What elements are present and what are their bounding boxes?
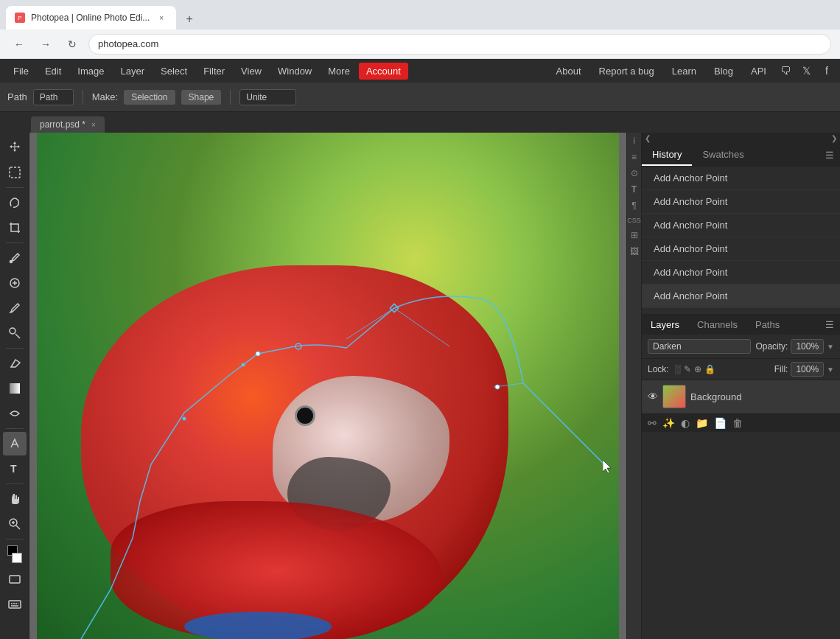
forward-button[interactable]: → xyxy=(35,34,56,55)
layer-background[interactable]: 👁 Background xyxy=(642,380,840,413)
collapse-right-icon[interactable]: ❯ xyxy=(831,134,837,142)
layers-menu-icon[interactable]: ☰ xyxy=(819,315,840,335)
heal-tool[interactable] xyxy=(3,271,27,295)
selection-button[interactable]: Selection xyxy=(124,90,175,105)
lock-position-icon[interactable]: ⊕ xyxy=(694,364,701,374)
fill-value[interactable]: 100% xyxy=(791,362,824,377)
opacity-arrow[interactable]: ▼ xyxy=(827,343,834,351)
image-icon-side[interactable]: 🖼 xyxy=(630,246,639,256)
layer-mask-icon[interactable]: ◐ xyxy=(681,417,690,429)
lock-pixels-icon[interactable]: ✎ xyxy=(684,364,691,374)
shape-tool[interactable] xyxy=(3,568,27,591)
new-layer-icon[interactable]: 📄 xyxy=(714,417,727,429)
zoom-tool[interactable] xyxy=(3,512,27,536)
gradient-tool[interactable] xyxy=(3,377,27,400)
unite-dropdown[interactable]: Unite Subtract Intersect Exclude xyxy=(239,89,296,105)
menu-edit[interactable]: Edit xyxy=(38,63,69,80)
layers-tab[interactable]: Layers xyxy=(642,315,688,335)
lock-transparent-icon[interactable]: ░ xyxy=(675,364,682,374)
menu-filter[interactable]: Filter xyxy=(196,63,232,80)
paths-tab[interactable]: Paths xyxy=(746,315,788,335)
menu-image[interactable]: Image xyxy=(70,63,111,80)
facebook-icon[interactable]: f xyxy=(819,63,834,78)
menu-report-bug[interactable]: Report a bug xyxy=(593,63,660,80)
shape-button[interactable]: Shape xyxy=(181,90,222,105)
canvas-wrapper xyxy=(29,133,626,639)
parrot-image xyxy=(37,133,619,639)
layer-effects-icon[interactable]: ✨ xyxy=(662,417,675,429)
lasso-tool[interactable] xyxy=(3,191,27,214)
layers-section: Layers Channels Paths ☰ Darken Normal Mu… xyxy=(642,314,840,432)
menu-learn[interactable]: Learn xyxy=(666,63,702,80)
layers-icon-side[interactable]: ⊞ xyxy=(631,230,638,240)
fill-arrow[interactable]: ▼ xyxy=(827,366,834,374)
blend-mode-dropdown[interactable]: Darken Normal Multiply Lighten Screen xyxy=(648,339,751,354)
eyedropper-tool[interactable] xyxy=(3,246,27,270)
selection-tool[interactable] xyxy=(3,161,27,184)
doc-tab-close[interactable]: × xyxy=(91,121,96,129)
browser-chrome: P Photopea | Online Photo Edi... × + xyxy=(0,0,840,29)
new-tab-button[interactable]: + xyxy=(179,9,200,29)
path-label: Path xyxy=(7,91,27,102)
clone-stamp-tool[interactable] xyxy=(3,321,27,345)
menu-about[interactable]: About xyxy=(550,63,587,80)
pen-tool[interactable] xyxy=(3,432,27,455)
history-item-5[interactable]: Add Anchor Point xyxy=(642,261,840,284)
keyboard-tool[interactable] xyxy=(3,593,27,616)
address-bar[interactable]: photopea.com xyxy=(88,34,831,55)
history-menu-icon[interactable]: ☰ xyxy=(819,145,840,165)
adjustments-icon[interactable]: ≡ xyxy=(631,152,637,162)
history-item-3[interactable]: Add Anchor Point xyxy=(642,214,840,237)
active-tab[interactable]: P Photopea | Online Photo Edi... × xyxy=(6,6,176,29)
opacity-value[interactable]: 100% xyxy=(791,339,824,354)
history-tab[interactable]: History xyxy=(642,144,692,166)
layers-tabs: Layers Channels Paths ☰ xyxy=(642,315,840,335)
delete-layer-icon[interactable]: 🗑 xyxy=(732,417,743,429)
svg-rect-4 xyxy=(10,383,20,394)
text-tool[interactable]: T xyxy=(3,457,27,481)
menu-file[interactable]: File xyxy=(6,63,36,80)
text-icon[interactable]: T xyxy=(631,184,637,195)
menu-blog[interactable]: Blog xyxy=(708,63,739,80)
brush-settings-icon[interactable]: ⊙ xyxy=(631,168,638,178)
reddit-icon[interactable]: 🗨 xyxy=(778,63,793,78)
history-item-4[interactable]: Add Anchor Point xyxy=(642,237,840,261)
foreground-color[interactable] xyxy=(3,542,27,566)
document-tab[interactable]: parrot.psd * × xyxy=(31,116,105,133)
tool-separator-3 xyxy=(6,348,24,349)
twitter-icon[interactable]: 𝕏 xyxy=(799,63,813,78)
tab-close-button[interactable]: × xyxy=(155,12,167,24)
paragraph-icon[interactable]: ¶ xyxy=(631,200,636,211)
layer-visibility-icon[interactable]: 👁 xyxy=(648,391,658,402)
swatches-tab[interactable]: Swatches xyxy=(692,144,754,166)
reload-button[interactable]: ↻ xyxy=(62,34,83,55)
menu-view[interactable]: View xyxy=(234,63,269,80)
crop-tool[interactable] xyxy=(3,216,27,240)
lock-all-icon[interactable]: 🔒 xyxy=(704,364,715,374)
hand-tool[interactable] xyxy=(3,487,27,511)
smudge-tool[interactable] xyxy=(3,402,27,425)
history-item-1[interactable]: Add Anchor Point xyxy=(642,167,840,190)
new-group-icon[interactable]: 📁 xyxy=(696,417,708,429)
menu-select[interactable]: Select xyxy=(153,63,195,80)
canvas xyxy=(37,133,619,639)
path-dropdown[interactable]: Path xyxy=(33,89,74,105)
history-item-6[interactable]: Add Anchor Point xyxy=(642,284,840,308)
history-item-2[interactable]: Add Anchor Point xyxy=(642,190,840,214)
lock-label: Lock: xyxy=(648,364,669,374)
menu-account[interactable]: Account xyxy=(359,63,408,80)
channels-tab[interactable]: Channels xyxy=(688,315,746,335)
menu-window[interactable]: Window xyxy=(270,63,319,80)
menu-layer[interactable]: Layer xyxy=(113,63,153,80)
canvas-area[interactable] xyxy=(29,133,626,639)
link-layers-icon[interactable]: ⚯ xyxy=(648,417,657,429)
menu-api[interactable]: API xyxy=(745,63,772,80)
collapse-left-icon[interactable]: ❮ xyxy=(645,134,651,142)
move-tool[interactable] xyxy=(3,136,27,159)
info-icon[interactable]: i xyxy=(633,136,635,146)
eraser-tool[interactable] xyxy=(3,352,27,375)
back-button[interactable]: ← xyxy=(9,34,29,55)
brush-tool[interactable] xyxy=(3,296,27,320)
css-icon[interactable]: CSS xyxy=(627,217,641,224)
menu-more[interactable]: More xyxy=(321,63,357,80)
